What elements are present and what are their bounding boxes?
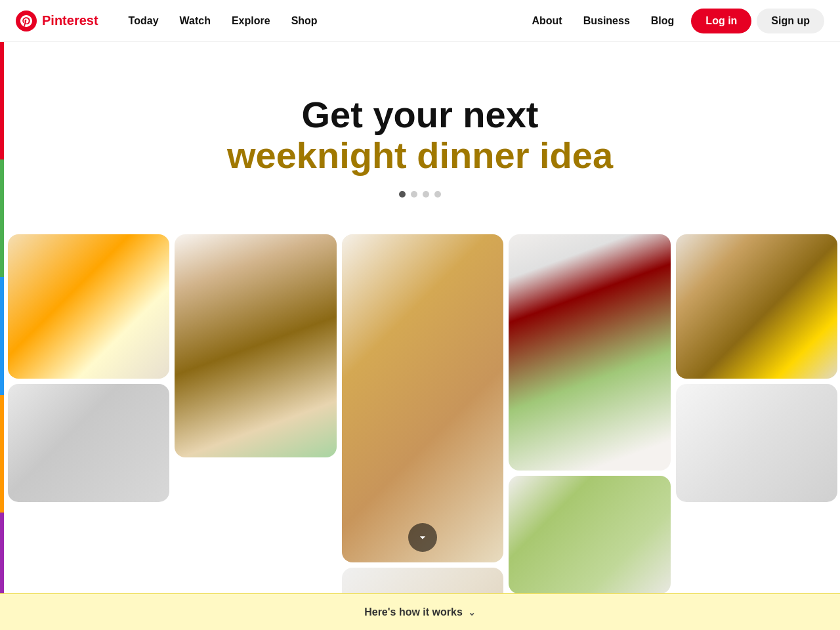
hero-line2: weeknight dinner idea bbox=[13, 135, 827, 176]
nav-link-watch[interactable]: Watch bbox=[171, 10, 220, 32]
pin-image-bottom-left bbox=[8, 384, 169, 502]
carousel-dot-1[interactable] bbox=[399, 191, 406, 198]
nav-left-links: Today Watch Explore Shop bbox=[119, 10, 327, 32]
pin-card-soup[interactable] bbox=[509, 476, 670, 594]
carousel-dot-4[interactable] bbox=[434, 191, 441, 198]
how-it-works-chevron: ⌄ bbox=[468, 607, 476, 618]
pinterest-logo-icon bbox=[16, 10, 37, 32]
carousel-dot-2[interactable] bbox=[411, 191, 417, 198]
carousel-dot-3[interactable] bbox=[423, 191, 429, 198]
pin-card-bottom-right[interactable] bbox=[676, 384, 837, 502]
nav-link-blog[interactable]: Blog bbox=[642, 10, 684, 32]
scroll-down-button[interactable] bbox=[408, 523, 437, 552]
nav-link-shop[interactable]: Shop bbox=[282, 10, 327, 32]
pin-image-beet-toast bbox=[509, 234, 670, 471]
nav-right-links: About Business Blog Log in Sign up bbox=[522, 9, 824, 33]
pin-image-cooking-bowl bbox=[175, 234, 336, 457]
pin-card-bottom-left[interactable] bbox=[8, 384, 169, 502]
pin-image-chicken bbox=[676, 234, 837, 379]
nav-link-business[interactable]: Business bbox=[574, 10, 639, 32]
nav-link-today[interactable]: Today bbox=[119, 10, 168, 32]
hero-line1: Get your next bbox=[13, 94, 827, 135]
masonry-col-1 bbox=[5, 234, 172, 630]
login-button[interactable]: Log in bbox=[691, 9, 751, 33]
pin-image-orange-drink bbox=[8, 234, 169, 379]
pin-card-cooking-bowl[interactable] bbox=[175, 234, 336, 457]
masonry-col-5 bbox=[673, 234, 840, 630]
carousel-dots bbox=[13, 191, 827, 198]
logo-text: Pinterest bbox=[42, 13, 98, 28]
masonry-grid bbox=[0, 234, 840, 630]
pin-image-hummus bbox=[342, 234, 503, 562]
hero-section: Get your next weeknight dinner idea bbox=[0, 42, 840, 224]
masonry-col-3 bbox=[339, 234, 506, 630]
how-it-works-bar[interactable]: Here's how it works ⌄ bbox=[0, 593, 840, 630]
pin-card-hummus[interactable] bbox=[342, 234, 503, 562]
signup-button[interactable]: Sign up bbox=[757, 9, 824, 33]
left-color-strip bbox=[0, 42, 4, 630]
masonry-col-4 bbox=[506, 234, 673, 630]
pin-image-soup bbox=[509, 476, 670, 594]
pin-card-beet-toast[interactable] bbox=[509, 234, 670, 471]
navbar: Pinterest Today Watch Explore Shop About… bbox=[0, 0, 840, 42]
logo-link[interactable]: Pinterest bbox=[16, 10, 98, 32]
pin-image-bottom-right bbox=[676, 384, 837, 502]
nav-link-explore[interactable]: Explore bbox=[222, 10, 280, 32]
chevron-down-icon bbox=[416, 531, 429, 544]
how-it-works-label: Here's how it works bbox=[364, 606, 463, 618]
nav-link-about[interactable]: About bbox=[522, 10, 571, 32]
pin-card-orange-drink[interactable] bbox=[8, 234, 169, 379]
pin-card-chicken[interactable] bbox=[676, 234, 837, 379]
masonry-col-2 bbox=[172, 234, 339, 630]
